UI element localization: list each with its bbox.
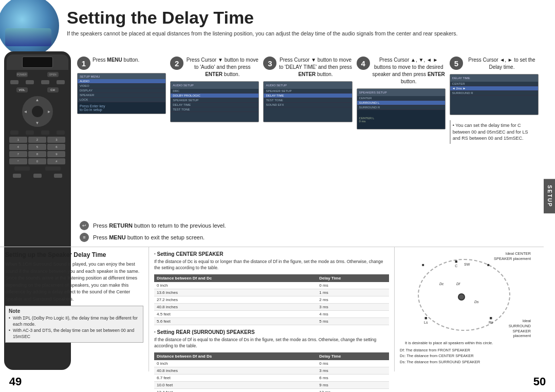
remote-num-3[interactable]: 3 [47,137,65,143]
step-5-note: • You can set the delay time for C betwe… [450,120,539,144]
center-table-header-1: Distance between Df and Dc [154,274,317,282]
speaker-diagram: Ideal CENTER SPEAKER placement ■ ■ C SW … [408,251,531,339]
screen-4-item-3: SURROUND R [357,105,445,110]
remote-bottom-row1 [7,165,68,172]
remote-num-0[interactable]: 0 [28,158,46,164]
remote-num-8[interactable]: 8 [28,151,46,157]
screen-5-item-1: CENTER [450,82,538,86]
remote-row3: VOL CH [7,86,68,94]
remote-num-star[interactable]: * [9,158,27,164]
instruction-row-1: ↩ Press RETURN button to return to the p… [80,221,539,230]
screen-3-item-4: SOUND EFX [264,103,351,107]
circle-note: It is desirable to place all speakers wi… [400,341,539,345]
remote-num-2[interactable]: 2 [28,137,46,143]
remote-menu-btn[interactable] [14,166,30,171]
remote-num-4[interactable]: 4 [9,144,27,150]
step-4-number: 4 [357,57,370,70]
step-4-screen: SPEAKERS SETUP CENTER SURROUND L SURROUN… [357,88,446,129]
nav-enter-button[interactable] [32,106,43,117]
legend-df: Df: The distance from FRONT SPEAKER [400,347,539,353]
screen-4-header: SPEAKERS SETUP [357,89,445,96]
step-2: 2 Press Cursor ▼ button to move to 'Audi… [170,57,259,221]
remote-num-7[interactable]: 7 [9,151,27,157]
page-title: Setting the Delay Time [67,8,539,28]
remote-num-5[interactable]: 5 [28,144,46,150]
remote-extra-3[interactable] [54,174,62,178]
step-3-number: 3 [263,57,276,70]
nav-up-icon: ▲ [35,98,40,102]
screen-2-item-4: DELAY TIME [171,103,258,107]
step-1: 1 Press MENU button. SETUP MENU AUDIO VI… [77,57,166,221]
remote-num-hash[interactable]: # [47,158,65,164]
rear-speaker-desc: If the distance of Df is equal to the di… [154,337,389,349]
listener-dot [458,293,465,301]
remote-play-2[interactable] [26,130,34,135]
lower-left-heading: Setting up the Speaker Delay Time [5,251,143,258]
screen-3-header: AUDIO SETUP [264,82,351,89]
setup-tab: SETUP [544,179,555,213]
note-title: Note [9,308,140,314]
lower-right-panel: Ideal CENTER SPEAKER placement ■ ■ C SW … [395,247,544,371]
return-instruction: Press RETURN button to return to the pre… [93,222,226,229]
screen-3-item-2: DELAY TIME [264,94,351,98]
remote-num-1[interactable]: 1 [9,137,27,143]
instruction-row-2: ≡ Press MENU button to exit the setup sc… [80,233,539,242]
dc-label: Dc [439,282,444,286]
remote-num-6[interactable]: 6 [47,144,65,150]
remote-ch[interactable]: CH [47,87,59,92]
remote-play-4[interactable] [57,130,65,135]
step-3-screen: AUDIO SETUP SPEAKER SETUP DELAY TIME TES… [263,81,352,122]
remote-mode-4[interactable] [57,80,65,84]
remote-play-3[interactable] [41,130,49,135]
header-image [0,0,67,51]
table-row: 13.6 inches1 ms [154,289,389,296]
ideal-center-label: Ideal CENTER SPEAKER placement [494,251,531,262]
step-1-number: 1 [77,57,90,70]
screen-1-item-4: SPEAKER [78,93,165,98]
remote-play-row [7,129,68,136]
step-2-screen: AUDIO SETUP DRC DOLBY PROLOGIC SPEAKER S… [170,81,259,122]
remote-return-btn[interactable] [45,166,61,171]
table-row: 27.2 inches2 ms [154,296,389,303]
nav-left-icon: ◄ [24,109,28,114]
remote-screen [22,57,53,68]
front-left-label: ■ [422,263,424,267]
screen-2-header: AUDIO SETUP [171,82,258,89]
remote-numpad: 1 2 3 4 5 6 7 8 9 * 0 # [7,137,68,164]
step-5-number: 5 [450,57,463,70]
ls-label: ■ Ls [424,315,428,324]
screen-2-item-2: DOLBY PROLOGIC [171,94,258,98]
center-speaker-label: ■ C [455,259,457,268]
page-description: If the speakers cannot be placed at equa… [67,30,528,38]
steps-container: 1 Press MENU button. SETUP MENU AUDIO VI… [75,51,544,221]
screen-4-item-1: CENTER [357,96,445,101]
remote-mode-3[interactable] [41,80,49,84]
remote-extra-2[interactable] [33,174,42,178]
step-4-text: Press Cursor ▲, ▼, ◄ ► buttons to move t… [372,57,446,85]
nav-right-icon: ► [47,109,51,114]
remote-nav-circle[interactable]: ▲ ▼ ◄ ► [22,96,53,127]
step-3: 3 Press Cursor ▼ button to move to 'DELA… [263,57,352,221]
remote-play-1[interactable] [10,130,18,135]
step-1-screen: SETUP MENU AUDIO VIDEO DISPLAY SPEAKER L… [77,73,166,114]
table-row: 0 inch0 ms [154,282,389,289]
legend-ds: Ds: The distance from SURROUND SPEAKER [400,359,539,365]
center-speaker-title: · Setting CENTER SPEAKER [154,251,389,257]
remote-btn-1[interactable]: POWER [16,72,28,77]
remote-btn-2[interactable]: OPEN [47,72,59,77]
remote-mode-2[interactable] [26,80,34,84]
remote-top-buttons: POWER OPEN [7,71,68,78]
note-item-1: With ΣPL (Dolby Pro Logic II), the delay… [9,315,140,328]
remote-mode-1[interactable] [10,80,18,84]
menu-bullet: ≡ [80,233,89,242]
remote-nav-area: ▲ ▼ ◄ ► [7,95,68,128]
remote-bottom-row2 [7,173,68,179]
remote-num-9[interactable]: 9 [47,151,65,157]
lower-middle-panel: · Setting CENTER SPEAKER If the distance… [149,247,395,371]
screen-1-item-1: AUDIO [78,79,165,84]
rear-table-header-2: Delay Time [317,352,389,360]
table-row: 40.8 inches3 ms [154,303,389,310]
remote-extra-1[interactable] [13,174,21,178]
step-2-number: 2 [170,57,183,70]
remote-vol[interactable]: VOL [16,87,28,92]
